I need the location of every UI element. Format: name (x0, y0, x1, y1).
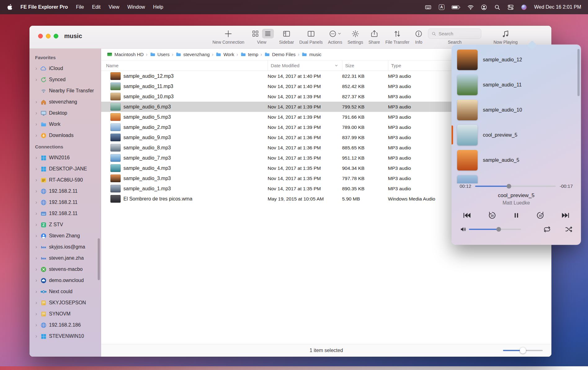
sidebar-item-demo-owncloud[interactable]: ›demo.owncloud (29, 275, 101, 286)
zoom-button[interactable] (54, 34, 58, 38)
chevron-right-icon[interactable]: › (34, 155, 38, 160)
breadcrumb-item-users[interactable]: Users (150, 51, 170, 57)
chevron-right-icon[interactable]: › (34, 267, 38, 272)
breadcrumb-item-macintosh-hd[interactable]: Macintosh HD (107, 51, 144, 57)
chevron-right-icon[interactable]: › (34, 66, 38, 71)
repeat-button[interactable] (543, 225, 551, 233)
chevron-right-icon[interactable]: › (34, 111, 38, 116)
menubar-clock[interactable]: Wed Dec 16 2:01 PM (534, 4, 581, 10)
menu-edit[interactable]: Edit (92, 4, 101, 10)
chevron-right-icon[interactable]: › (34, 311, 38, 316)
sidebar-item-icloud[interactable]: ›iCloud (29, 63, 101, 74)
shuffle-button[interactable] (565, 225, 573, 233)
chevron-right-icon[interactable]: › (34, 323, 38, 328)
sidebar-item-win2016[interactable]: ›WIN2016 (29, 152, 101, 163)
menu-file[interactable]: File (76, 4, 84, 10)
control-center-icon[interactable] (507, 4, 514, 11)
wifi-icon[interactable] (467, 4, 474, 11)
grid-view-button[interactable] (250, 29, 261, 38)
list-view-button[interactable] (262, 29, 274, 38)
sidebar-item-desktop-jane[interactable]: ›DESKTOP-JANE (29, 163, 101, 174)
playlist-scrollbar[interactable] (577, 49, 580, 96)
sidebar-item-synovm[interactable]: ›SYNOVM (29, 308, 101, 319)
chevron-right-icon[interactable]: › (34, 122, 38, 127)
chevron-right-icon[interactable]: › (34, 178, 38, 183)
now-playing-button[interactable]: Now Playing (493, 29, 518, 45)
volume-slider[interactable] (469, 227, 521, 232)
chevron-right-icon[interactable]: › (34, 222, 38, 227)
chevron-right-icon[interactable]: › (34, 189, 38, 194)
playlist-item-sample-audio-5[interactable]: sample_audio_5 (457, 148, 578, 173)
keyboard-icon[interactable] (425, 4, 431, 11)
file-transfer-button[interactable]: File Transfer (385, 29, 409, 45)
column-header-date-modified[interactable]: Date Modified (268, 60, 342, 71)
next-track-button[interactable] (561, 212, 570, 219)
sidebar-item-rt-ac86u-590[interactable]: ›RT-AC86U-590 (29, 174, 101, 186)
playlist-item-sample-audio-10[interactable]: sample_audio_10 (457, 97, 578, 122)
sidebar-item-192-168-2-11[interactable]: ›192.168.2.11 (29, 197, 101, 208)
menu-window[interactable]: Window (127, 4, 145, 10)
sidebar-item-skyjosepson[interactable]: ›SKYJOSEPSON (29, 297, 101, 308)
sidebar-item-stevenzhang[interactable]: ›stevenzhang (29, 96, 101, 108)
new-connection-button[interactable]: New Connection (212, 29, 244, 45)
sidebar-item-z-stv[interactable]: ›Z STV (29, 219, 101, 230)
dual-panels-button[interactable]: Dual Panels (299, 29, 323, 45)
menu-view[interactable]: View (109, 4, 119, 10)
settings-button[interactable]: Settings (347, 29, 363, 45)
chevron-right-icon[interactable]: › (34, 133, 38, 138)
apple-menu-icon[interactable] (7, 4, 12, 11)
search-input[interactable]: Search (428, 29, 481, 39)
sidebar-item-stevens-macbo[interactable]: ›stevens-macbo (29, 264, 101, 275)
sidebar-item-work[interactable]: ›Work (29, 119, 101, 130)
share-button[interactable]: Share (368, 29, 380, 45)
chevron-right-icon[interactable]: › (34, 256, 38, 261)
sidebar-toggle-button[interactable]: Sidebar (279, 29, 294, 45)
breadcrumb-item-music[interactable]: music (301, 51, 321, 57)
chevron-right-icon[interactable]: › (34, 300, 38, 305)
sidebar-item-desktop[interactable]: ›Desktop (29, 108, 101, 119)
chevron-right-icon[interactable]: › (34, 77, 38, 82)
sidebar-item-next-could[interactable]: ›Next could (29, 286, 101, 297)
battery-icon[interactable] (452, 4, 461, 11)
info-button[interactable]: Info (415, 29, 423, 45)
sidebar-item-192-168-2-11[interactable]: ›192.168.2.11 (29, 186, 101, 197)
breadcrumb-item-temp[interactable]: temp (240, 51, 258, 57)
sidebar-item-stevenwin10[interactable]: ›STEVENWIN10 (29, 331, 101, 342)
chevron-right-icon[interactable]: › (34, 289, 38, 294)
column-header-size[interactable]: Size (342, 60, 388, 71)
breadcrumb-item-stevenzhang[interactable]: stevenzhang (176, 51, 210, 57)
app-menu-title[interactable]: FE File Explorer Pro (20, 4, 68, 10)
playlist-item-sample-audio-11[interactable]: sample_audio_11 (457, 72, 578, 97)
chevron-right-icon[interactable]: › (34, 200, 38, 205)
input-source-icon[interactable]: A (438, 4, 445, 11)
column-header-name[interactable]: Name (106, 60, 268, 71)
pause-button[interactable] (513, 212, 520, 219)
breadcrumb-item-work[interactable]: Work (216, 51, 234, 57)
chevron-right-icon[interactable]: › (34, 211, 38, 216)
account-icon[interactable] (481, 4, 487, 11)
minimize-button[interactable] (46, 34, 51, 38)
breadcrumb-item-demo-files[interactable]: Demo Files (264, 51, 296, 57)
sidebar-item-steven-jane-zha[interactable]: ›boxsteven.jane.zha (29, 253, 101, 264)
icon-size-slider[interactable] (503, 348, 543, 353)
chevron-right-icon[interactable]: › (34, 166, 38, 171)
sidebar-scrollbar[interactable] (98, 238, 100, 280)
actions-button[interactable]: Actions (328, 29, 342, 45)
spotlight-icon[interactable] (494, 4, 501, 11)
sidebar-item-skyjos-ios-gma[interactable]: ›boxskyjos.ios@gma (29, 241, 101, 253)
sidebar-item-192-168-2-186[interactable]: ›192.168.2.186 (29, 319, 101, 331)
sidebar-item-downloads[interactable]: ›Downloads (29, 130, 101, 141)
sidebar-item-steven-zhang[interactable]: ›Steven Zhang (29, 230, 101, 241)
chevron-right-icon[interactable]: › (34, 99, 38, 104)
menu-help[interactable]: Help (153, 4, 163, 10)
chevron-right-icon[interactable]: › (34, 278, 38, 283)
sidebar-item-synced[interactable]: ›Synced (29, 74, 101, 85)
sidebar-item-nearby-file-transfer[interactable]: Nearby File Transfer (29, 85, 101, 96)
siri-icon[interactable] (521, 4, 527, 11)
chevron-right-icon[interactable]: › (34, 244, 38, 249)
progress-slider[interactable] (475, 184, 556, 189)
sidebar-item-192-168-2-11[interactable]: ›DAV192.168.2.11 (29, 208, 101, 219)
chevron-right-icon[interactable]: › (34, 233, 38, 238)
skip-forward-15-button[interactable]: 15 (536, 211, 545, 220)
playlist-item-cool-preview-5[interactable]: cool_preview_5 (457, 122, 578, 148)
